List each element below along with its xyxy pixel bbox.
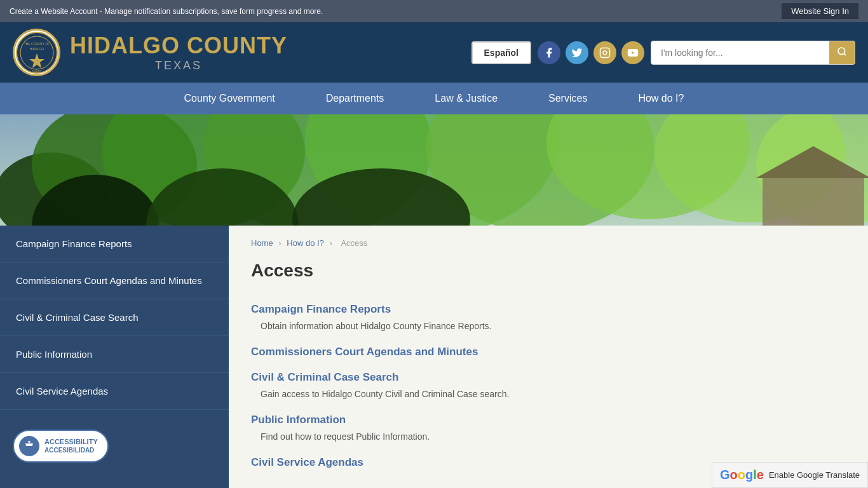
- breadcrumb-how-do-i[interactable]: How do I?: [287, 238, 324, 248]
- breadcrumb-sep2: ›: [329, 238, 332, 248]
- content-item-2: Civil & Criminal Case Search Gain access…: [251, 371, 846, 401]
- sidebar-item-civil-criminal[interactable]: Civil & Criminal Case Search: [0, 299, 229, 336]
- svg-point-26: [28, 441, 30, 443]
- youtube-icon[interactable]: [621, 41, 644, 64]
- instagram-icon[interactable]: [593, 41, 616, 64]
- sidebar-item-campaign-finance[interactable]: Campaign Finance Reports: [0, 226, 229, 262]
- sign-in-button[interactable]: Website Sign In: [782, 3, 858, 19]
- svg-text:HIDALGO: HIDALGO: [29, 47, 44, 51]
- svg-point-0: [17, 32, 57, 73]
- google-translate-bar[interactable]: Google Enable Google Translate: [712, 462, 868, 488]
- accessibility-icon: [19, 436, 39, 456]
- nav-departments[interactable]: Departments: [301, 83, 410, 114]
- svg-line-10: [844, 53, 846, 55]
- content-item-0: Campaign Finance Reports Obtain informat…: [251, 303, 846, 333]
- nav-law-justice[interactable]: Law & Justice: [409, 83, 523, 114]
- sidebar-item-commissioners-court[interactable]: Commissioners Court Agendas and Minutes: [0, 262, 229, 299]
- content-link-2[interactable]: Civil & Criminal Case Search: [251, 371, 846, 384]
- svg-rect-6: [600, 48, 610, 57]
- accessibility-button[interactable]: ACCESSIBILITY ACCESIBILIDAD: [13, 430, 109, 463]
- content-item-3: Public Information Find out how to reque…: [251, 414, 846, 444]
- top-bar-notice: Create a Website Account - Manage notifi…: [10, 7, 323, 16]
- county-seal: THE COUNTY OF HIDALGO TEXAS: [13, 29, 60, 76]
- twitter-icon[interactable]: [566, 41, 588, 64]
- nav-how-do-i[interactable]: How do I?: [613, 83, 709, 114]
- page-title: Access: [251, 261, 846, 287]
- content-desc-0: Obtain information about Hidalgo County …: [251, 320, 846, 333]
- search-bar: [651, 41, 855, 65]
- content-link-0[interactable]: Campaign Finance Reports: [251, 303, 846, 316]
- content-item-1: Commissioners Court Agendas and Minutes: [251, 346, 846, 358]
- main-wrapper: Campaign Finance Reports Commissioners C…: [0, 226, 868, 488]
- svg-text:TEXAS: TEXAS: [32, 70, 41, 73]
- header-right: Español: [471, 41, 855, 65]
- espanol-button[interactable]: Español: [471, 41, 531, 64]
- hero-banner: [0, 114, 868, 226]
- header: THE COUNTY OF HIDALGO TEXAS HIDALGO COUN…: [0, 22, 868, 83]
- content-link-1[interactable]: Commissioners Court Agendas and Minutes: [251, 346, 846, 358]
- search-input[interactable]: [651, 43, 829, 63]
- content-area: Home › How do I? › Access Access Campaig…: [229, 226, 868, 488]
- state-name: TEXAS: [70, 59, 287, 72]
- content-link-3[interactable]: Public Information: [251, 414, 846, 426]
- breadcrumb: Home › How do I? › Access: [251, 238, 846, 248]
- content-desc-2: Gain access to Hidalgo County Civil and …: [251, 388, 846, 401]
- svg-rect-24: [763, 178, 864, 226]
- facebook-icon[interactable]: [538, 41, 560, 64]
- breadcrumb-home[interactable]: Home: [251, 238, 273, 248]
- google-g-icon: Google: [720, 468, 764, 482]
- breadcrumb-current: Access: [341, 238, 367, 248]
- sidebar-item-civil-service[interactable]: Civil Service Agendas: [0, 373, 229, 410]
- search-button[interactable]: [829, 41, 855, 64]
- svg-point-9: [838, 48, 845, 55]
- sidebar-item-public-info[interactable]: Public Information: [0, 336, 229, 373]
- top-bar: Create a Website Account - Manage notifi…: [0, 0, 868, 22]
- logo-area: THE COUNTY OF HIDALGO TEXAS HIDALGO COUN…: [13, 29, 287, 76]
- main-nav: County Government Departments Law & Just…: [0, 83, 868, 114]
- google-translate-label: Enable Google Translate: [769, 470, 860, 480]
- county-name: HIDALGO COUNTY: [70, 32, 287, 59]
- breadcrumb-sep1: ›: [278, 238, 281, 248]
- svg-text:THE COUNTY OF: THE COUNTY OF: [24, 42, 50, 46]
- social-icons: [538, 41, 644, 64]
- nav-services[interactable]: Services: [523, 83, 613, 114]
- accessibility-label: ACCESSIBILITY ACCESIBILIDAD: [44, 438, 98, 454]
- nav-county-government[interactable]: County Government: [159, 83, 301, 114]
- content-desc-3: Find out how to request Public Informati…: [251, 430, 846, 444]
- site-title: HIDALGO COUNTY TEXAS: [70, 32, 287, 72]
